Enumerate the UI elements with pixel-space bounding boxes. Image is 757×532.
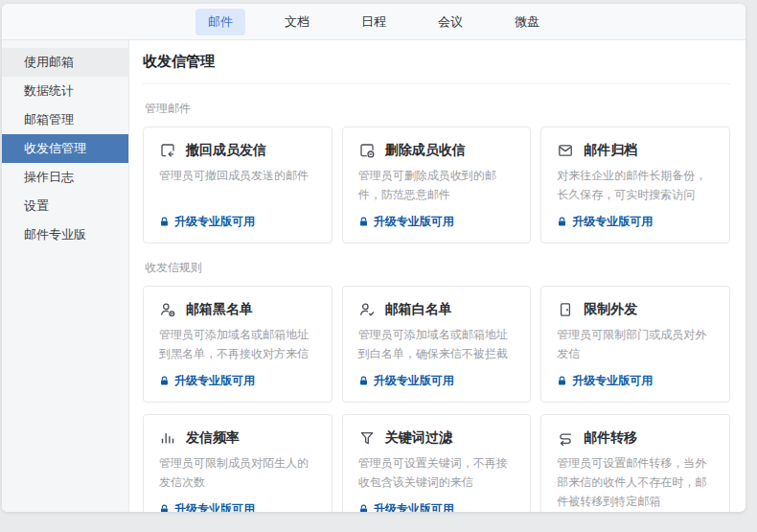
- sidebar-item-statistics[interactable]: 数据统计: [2, 77, 128, 105]
- manage-mail-cards: 撤回成员发信 管理员可撤回成员发送的邮件 升级专业版可用: [143, 127, 730, 243]
- upgrade-pro-link[interactable]: 升级专业版可用: [557, 511, 714, 512]
- lock-icon: [358, 217, 369, 227]
- top-nav: 邮件 文档 日程 会议 微盘: [2, 4, 746, 40]
- lock-icon: [159, 376, 170, 386]
- upgrade-pro-link[interactable]: 升级专业版可用: [557, 214, 714, 230]
- upgrade-pro-link[interactable]: 升级专业版可用: [358, 501, 516, 512]
- card-title: 撤回成员发信: [186, 142, 266, 159]
- card-description: 对来往企业的邮件长期备份，长久保存，可实时搜索访问: [557, 167, 714, 205]
- sidebar-item-send-receive-management[interactable]: 收发信管理: [2, 134, 128, 163]
- restrict-outgoing-icon: [557, 301, 574, 318]
- lock-icon: [358, 504, 369, 512]
- whitelist-user-icon: [358, 301, 376, 318]
- card-recall-sent-mail[interactable]: 撤回成员发信 管理员可撤回成员发送的邮件 升级专业版可用: [143, 127, 333, 243]
- card-description: 管理员可限制部门或成员对外发信: [557, 326, 714, 364]
- upgrade-pro-link[interactable]: 升级专业版可用: [159, 214, 316, 230]
- send-receive-rule-cards: 邮箱黑名单 管理员可添加域名或邮箱地址到黑名单，不再接收对方来信 升级专业版可用: [143, 286, 730, 512]
- card-description: 管理员可添加域名或邮箱地址到黑名单，不再接收对方来信: [159, 326, 316, 364]
- sidebar-item-operation-log[interactable]: 操作日志: [2, 163, 128, 192]
- admin-window: 邮件 文档 日程 会议 微盘 使用邮箱 数据统计 邮箱管理 收发信管理 操作日志…: [2, 4, 746, 512]
- delete-mail-icon: [358, 142, 376, 159]
- upgrade-pro-link[interactable]: 升级专业版可用: [159, 501, 316, 512]
- card-title: 邮箱黑名单: [186, 301, 253, 318]
- main-content: 收发信管理 管理邮件 撤回成员发信 管理员可撤回成员发送的邮件: [129, 40, 746, 512]
- lock-icon: [557, 376, 567, 386]
- lock-icon: [159, 504, 170, 512]
- card-send-frequency[interactable]: 发信频率 管理员可限制成员对陌生人的发信次数 升级专业版可用: [143, 414, 333, 512]
- card-mail-transfer[interactable]: 邮件转移 管理员可设置邮件转移，当外部来信的收件人不存在时，邮件被转移到特定邮箱…: [540, 414, 730, 512]
- tab-drive[interactable]: 微盘: [502, 9, 552, 35]
- lock-icon: [358, 376, 369, 386]
- card-title: 关键词过滤: [385, 429, 452, 447]
- page-title: 收发信管理: [143, 53, 730, 84]
- section-label-send-receive-rules: 收发信规则: [145, 260, 730, 276]
- card-description: 管理员可设置邮件转移，当外部来信的收件人不存在时，邮件被转移到特定邮箱: [557, 454, 714, 511]
- card-description: 管理员可撤回成员发送的邮件: [159, 167, 316, 186]
- sidebar: 使用邮箱 数据统计 邮箱管理 收发信管理 操作日志 设置 邮件专业版: [2, 40, 129, 512]
- card-mail-archive[interactable]: 邮件归档 对来往企业的邮件长期备份，长久保存，可实时搜索访问 升级专业版可用: [540, 127, 730, 243]
- sidebar-item-settings[interactable]: 设置: [2, 192, 128, 220]
- archive-mail-icon: [557, 142, 574, 159]
- send-frequency-icon: [159, 429, 176, 447]
- card-title: 发信频率: [186, 429, 240, 447]
- upgrade-pro-link[interactable]: 升级专业版可用: [358, 373, 516, 389]
- card-delete-received-mail[interactable]: 删除成员收信 管理员可删除成员收到的邮件，防范恶意邮件 升级专业版可用: [342, 127, 532, 243]
- card-description: 管理员可添加域名或邮箱地址到白名单，确保来信不被拦截: [358, 326, 516, 364]
- card-blacklist[interactable]: 邮箱黑名单 管理员可添加域名或邮箱地址到黑名单，不再接收对方来信 升级专业版可用: [143, 286, 333, 403]
- upgrade-pro-link[interactable]: 升级专业版可用: [159, 373, 316, 389]
- tab-meeting[interactable]: 会议: [425, 9, 475, 35]
- lock-icon: [159, 217, 170, 227]
- sidebar-item-mailbox-management[interactable]: 邮箱管理: [2, 105, 128, 134]
- tab-mail[interactable]: 邮件: [195, 9, 245, 35]
- card-keyword-filter[interactable]: 关键词过滤 管理员可设置关键词，不再接收包含该关键词的来信 升级专业版可用: [342, 414, 532, 512]
- card-description: 管理员可限制成员对陌生人的发信次数: [159, 454, 316, 493]
- keyword-filter-icon: [358, 429, 376, 447]
- card-description: 管理员可设置关键词，不再接收包含该关键词的来信: [358, 454, 516, 493]
- upgrade-pro-link[interactable]: 升级专业版可用: [557, 373, 714, 389]
- card-whitelist[interactable]: 邮箱白名单 管理员可添加域名或邮箱地址到白名单，确保来信不被拦截 升级专业版可用: [342, 286, 532, 403]
- sidebar-item-mail-pro[interactable]: 邮件专业版: [2, 220, 128, 249]
- tab-docs[interactable]: 文档: [272, 9, 322, 35]
- mail-transfer-icon: [557, 429, 574, 447]
- tab-calendar[interactable]: 日程: [349, 9, 399, 35]
- upgrade-pro-link[interactable]: 升级专业版可用: [358, 214, 516, 230]
- recall-mail-icon: [159, 142, 176, 159]
- lock-icon: [557, 217, 567, 227]
- card-title: 限制外发: [584, 301, 637, 318]
- sidebar-item-use-mailbox[interactable]: 使用邮箱: [2, 48, 128, 77]
- card-title: 邮件转移: [584, 429, 637, 447]
- card-description: 管理员可删除成员收到的邮件，防范恶意邮件: [358, 167, 516, 205]
- section-label-manage-mail: 管理邮件: [145, 101, 730, 117]
- card-restrict-outgoing[interactable]: 限制外发 管理员可限制部门或成员对外发信 升级专业版可用: [540, 286, 730, 403]
- card-title: 邮件归档: [584, 142, 637, 159]
- card-title: 邮箱白名单: [385, 301, 452, 318]
- blacklist-user-icon: [159, 301, 176, 318]
- card-title: 删除成员收信: [385, 142, 466, 159]
